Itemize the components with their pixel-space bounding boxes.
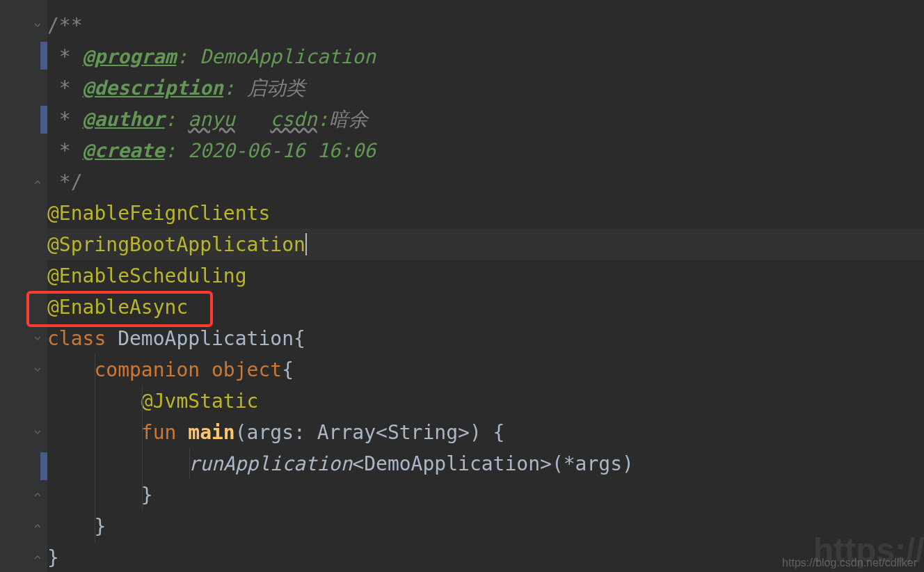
code-line[interactable]: /**	[47, 10, 924, 41]
code-line[interactable]: companion object{	[47, 354, 924, 386]
fold-collapse-icon[interactable]	[32, 364, 43, 375]
fold-collapse-icon[interactable]	[32, 19, 43, 31]
fold-expand-icon[interactable]	[32, 489, 43, 500]
change-marker	[40, 106, 47, 134]
fold-collapse-icon[interactable]	[32, 333, 43, 344]
code-content[interactable]: /** * @program: DemoApplication * @descr…	[47, 0, 924, 572]
highlight-box	[26, 291, 213, 327]
fold-expand-icon[interactable]	[32, 177, 43, 188]
code-line[interactable]: * @author: anyu csdn:暗余	[47, 104, 924, 135]
code-line-active[interactable]: @SpringBootApplication	[47, 229, 924, 260]
change-marker	[40, 452, 47, 480]
code-line[interactable]: class DemoApplication{	[47, 323, 924, 354]
code-line[interactable]: */	[47, 166, 924, 198]
code-line[interactable]: }	[47, 479, 924, 511]
code-line[interactable]: * @description: 启动类	[47, 72, 924, 104]
fold-expand-icon[interactable]	[32, 521, 43, 532]
code-line[interactable]: }	[47, 511, 924, 542]
code-line[interactable]: runApplication<DemoApplication>(*args)	[47, 448, 924, 479]
code-line[interactable]: * @program: DemoApplication	[47, 41, 924, 72]
code-line[interactable]: @EnableFeignClients	[47, 198, 924, 229]
watermark: https://blog.csdn.net/cdliker	[782, 557, 917, 569]
code-editor[interactable]: /** * @program: DemoApplication * @descr…	[0, 0, 924, 572]
code-line[interactable]: fun main(args: Array<String>) {	[47, 417, 924, 448]
change-marker	[40, 42, 47, 70]
code-line[interactable]: * @create: 2020-06-16 16:06	[47, 135, 924, 166]
text-caret	[305, 233, 307, 255]
gutter	[0, 0, 47, 572]
code-line[interactable]: @JvmStatic	[47, 386, 924, 417]
code-line[interactable]: @EnableScheduling	[47, 260, 924, 292]
fold-collapse-icon[interactable]	[32, 427, 43, 438]
fold-expand-icon[interactable]	[32, 552, 43, 563]
